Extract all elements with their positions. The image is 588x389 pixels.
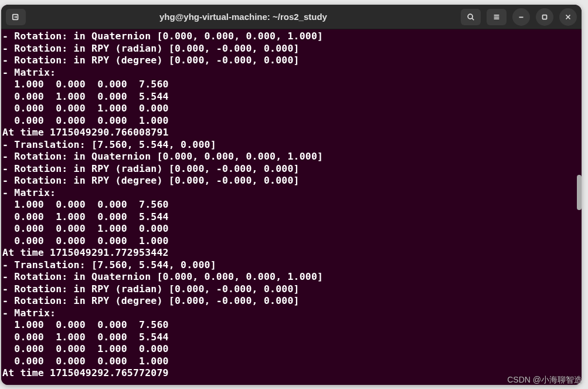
watermark: CSDN @小海聊智造 — [507, 375, 582, 385]
svg-rect-2 — [543, 15, 547, 19]
titlebar: yhg@yhg-virtual-machine: ~/ros2_study — [1, 5, 582, 29]
search-icon — [467, 13, 475, 21]
terminal-output[interactable]: - Rotation: in Quaternion [0.000, 0.000,… — [1, 29, 582, 385]
maximize-icon — [541, 13, 549, 21]
close-icon — [564, 13, 572, 21]
maximize-button[interactable] — [536, 8, 553, 26]
minimize-icon — [517, 13, 525, 21]
window-title: yhg@yhg-virtual-machine: ~/ros2_study — [26, 12, 461, 22]
scrollbar-thumb[interactable] — [577, 175, 582, 210]
terminal-window: yhg@yhg-virtual-machine: ~/ros2_study - … — [1, 5, 582, 385]
minimize-button[interactable] — [512, 8, 530, 26]
titlebar-left — [6, 9, 26, 25]
menu-button[interactable] — [487, 9, 507, 25]
titlebar-right — [461, 8, 577, 26]
svg-point-1 — [468, 14, 473, 19]
new-tab-button[interactable] — [6, 9, 26, 25]
search-button[interactable] — [461, 9, 481, 25]
close-button[interactable] — [559, 8, 577, 26]
new-tab-icon — [12, 13, 20, 21]
hamburger-icon — [492, 13, 501, 21]
